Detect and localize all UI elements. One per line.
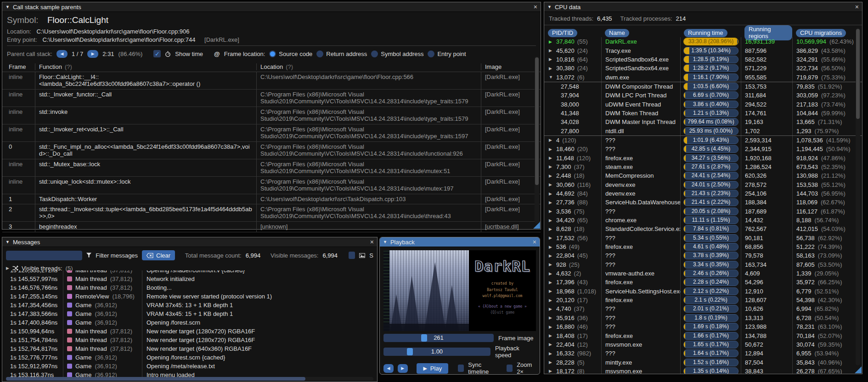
message-row[interactable]: 1s 146,576,766nsMain thread(37,812)Booti…	[2, 283, 377, 292]
expander-icon[interactable]: ▶	[549, 200, 553, 205]
message-row[interactable]: 1s 152,764,817nsMain thread(37,812)New r…	[2, 344, 377, 353]
resize-grip[interactable]	[855, 366, 862, 373]
radio-icon[interactable]	[269, 51, 276, 57]
cpu-row[interactable]: ▶7,300(37)steam.exe27.61 s (2.87%)1,286,…	[544, 163, 862, 171]
close-icon[interactable]: ×	[855, 4, 859, 10]
step-forward-button[interactable]: ▶	[398, 364, 408, 373]
speed-slider[interactable]: 1.00	[383, 348, 490, 356]
expander-icon[interactable]: ▶	[549, 369, 553, 373]
cpu-row[interactable]: ▶16,332(982)???1.64 s (0.17%)12,8946,955…	[544, 349, 862, 358]
collapse-icon[interactable]: ▼	[383, 240, 387, 244]
cpu-row[interactable]: ▶536(49)firefox.exe4.61 s (0.48%)68,8565…	[544, 242, 862, 251]
scrollbar-thumb[interactable]	[535, 57, 539, 185]
expander-icon[interactable]: ▶	[549, 325, 553, 329]
expander-icon[interactable]: ▶	[549, 342, 553, 347]
radio-icon[interactable]	[316, 51, 323, 57]
cpu-row[interactable]: ▶45,620(24)Tracy.exe1:39.5 (10.34%)887,5…	[544, 46, 862, 55]
column-running-time[interactable]: Running time	[684, 29, 727, 37]
callstack-row[interactable]: inlinestd::_Invoker_functor::_CallC:\Pro…	[2, 90, 541, 107]
column-cpu-migrations[interactable]: CPU migrations	[796, 29, 846, 37]
expander-icon[interactable]: ▶	[549, 182, 553, 187]
expander-icon[interactable]: ▶	[549, 227, 553, 231]
callstack-row[interactable]: 2std::thread::_Invoke<std::tuple<<lambda…	[2, 204, 541, 222]
cpu-row[interactable]: ▶18,460(20)???42.85 s (4.45%)2,344,9151,…	[544, 145, 862, 153]
column-name[interactable]: Name	[605, 29, 629, 37]
cpu-row[interactable]: 34,028DWM Master Input Thread799.64 ms (…	[544, 118, 862, 126]
cpu-row[interactable]: 27,548DWM Compositor Thread1:03.5 (6.60%…	[544, 82, 862, 91]
message-row[interactable]: 1s 152,776,777nsGame(36,912)Opening /for…	[2, 353, 377, 362]
expander-icon[interactable]: ▶	[549, 138, 553, 142]
expander-icon[interactable]: ▶	[549, 156, 553, 160]
expander-icon[interactable]: ▶	[549, 39, 553, 44]
radio-entry-point[interactable]: Entry point	[428, 51, 466, 57]
expander-icon[interactable]: ▶	[549, 271, 553, 276]
message-row[interactable]: 1s 147,383,566nsGame(36,912)VRAM 43x45: …	[2, 309, 377, 318]
expander-icon[interactable]: ▶	[549, 351, 553, 356]
message-row[interactable]: 1s 150,994,64nsMain thread(37,812)New re…	[2, 327, 377, 336]
cpu-titlebar[interactable]: ▼ CPU data ×	[544, 2, 862, 12]
message-row[interactable]: 1s 147,400,846nsGame(36,912)Opening /for…	[2, 318, 377, 327]
message-row[interactable]: 1s 147,354,456nsGame(36,912)VRAM 37x45: …	[2, 301, 377, 309]
message-row[interactable]: 1s 152,912,997nsGame(36,912)Opening /met…	[2, 362, 377, 371]
close-icon[interactable]: ×	[534, 4, 537, 10]
cpu-row[interactable]: ▶27,736(88)ServiceHub.DataWarehouse21.41…	[544, 198, 862, 207]
expander-icon[interactable]: ▶	[549, 280, 553, 285]
cpu-row[interactable]: ▶928(25)???3.34 s (0.35%)163,73487,605(5…	[544, 260, 862, 269]
messages-hscrollbar[interactable]	[6, 377, 373, 381]
frame-slider[interactable]: 261	[383, 334, 494, 342]
cpu-row[interactable]: 38,000uDWM Event Thread3.86 s (0.40%)294…	[544, 100, 862, 108]
cpu-row[interactable]: ▶2,448(18)MemCompression24.41 s (2.54%)6…	[544, 171, 862, 180]
expander-icon[interactable]: ▶	[549, 147, 553, 152]
zoom-2x-checkbox[interactable]	[507, 365, 513, 372]
expander-icon[interactable]: ▶	[549, 253, 553, 258]
cpu-row[interactable]: ▶34,420(65)chrome.exe11.11 s (1.15%)14,4…	[544, 216, 862, 225]
cpu-scrollbar[interactable]	[856, 28, 860, 365]
expander-icon[interactable]: ▶	[549, 209, 553, 213]
cpu-row[interactable]: 27,800ntdll.dll25.93 ms (0.00%)1,7021,29…	[544, 126, 862, 135]
cpu-row[interactable]: ▶4(120)???1:01.9 (6.43%)2,593,3141,078,5…	[544, 136, 862, 145]
cpu-row[interactable]: ▶18,172(8)msvsmon.exe1.35 s (0.14%)38,84…	[544, 367, 862, 374]
scrollbar-thumb[interactable]	[856, 29, 860, 119]
collapse-icon[interactable]: ▼	[6, 240, 10, 244]
messages-titlebar[interactable]: ▼ Messages ×	[2, 237, 377, 247]
collapse-icon[interactable]: ▼	[547, 5, 552, 9]
cpu-row[interactable]: ▶44,692(84)devenv.exe21.43 s (2.23%)254,…	[544, 189, 862, 198]
collapse-expander-icon[interactable]: ▼	[549, 75, 553, 79]
radio-source-code[interactable]: Source code	[269, 51, 312, 57]
callstack-row[interactable]: inlinestd::invokeC:\Program Files (x86)\…	[2, 107, 541, 124]
cpu-row[interactable]: ▶3,536(75)???20.05 s (2.08%)187,689116,1…	[544, 207, 862, 216]
radio-icon[interactable]	[428, 51, 434, 57]
radio-return-address[interactable]: Return address	[316, 51, 367, 57]
cpu-row[interactable]: ▶22,804(45)???3.78 s (0.39%)79,57858,163…	[544, 251, 862, 260]
expander-icon[interactable]: ▶	[549, 48, 553, 53]
column-location[interactable]: Location(?)	[256, 63, 481, 70]
expander-icon[interactable]: ▶	[6, 266, 9, 270]
playback-titlebar[interactable]: ▼ Playback ×	[380, 237, 540, 247]
cpu-row[interactable]: ▶30,380(24)ScriptedSandbox64.exe1:28.2 (…	[544, 64, 862, 73]
cpu-row[interactable]: ▶8,628(18)StandardCollector.Service.exe7…	[544, 225, 862, 233]
sync-timeline-checkbox[interactable]	[458, 365, 464, 372]
step-back-button[interactable]: ◀	[383, 364, 394, 373]
prev-parent-button[interactable]: ◀	[56, 50, 68, 58]
expander-icon[interactable]: ▶	[549, 298, 553, 303]
cpu-row[interactable]: ▶18,408(17)firefox.exe1.66 s (0.17%)134,…	[544, 331, 862, 340]
cpu-row[interactable]: ▶16,880(46)???1.69 s (0.18%)123,98878,23…	[544, 322, 862, 331]
column-pid-tid[interactable]: PID/TID	[548, 29, 577, 37]
message-row[interactable]: 1s 151,754,784nsMain thread(37,812)New r…	[2, 336, 377, 344]
cpu-row[interactable]: ▶4,740(37)???2.01 s (0.21%)10,6266,994(6…	[544, 304, 862, 313]
callstack-row[interactable]: inlinestd::unique_lock<std::mutex>::lock…	[2, 177, 541, 194]
cpu-row[interactable]: ▶17,396(43)firefox.exe2.28 s (0.24%)54,2…	[544, 278, 862, 286]
column-image[interactable]: Image	[481, 63, 541, 70]
play-button[interactable]: ▶ Play	[417, 363, 448, 374]
expander-icon[interactable]: ▶	[549, 164, 553, 169]
collapse-icon[interactable]: ▼	[6, 5, 10, 9]
callstack-titlebar[interactable]: ▼ Call stack sample parents ×	[2, 2, 541, 12]
message-row[interactable]: 1s 145,557,997nsMain thread(37,812)Netwo…	[2, 275, 377, 283]
message-row[interactable]: 1s 120,333,272nsMain thread(37,812)Openi…	[2, 270, 377, 275]
cpu-row[interactable]: 37,904DWM LPC Port Thread6.69 s (0.70%)3…	[544, 91, 862, 100]
next-parent-button[interactable]: ▶	[87, 50, 98, 58]
cpu-row[interactable]: ▶28,228(5)mintty.exe1.52 s (0.16%)87,504…	[544, 358, 862, 366]
expander-icon[interactable]: ▶	[549, 174, 553, 178]
show-time-checkbox[interactable]: ✓	[153, 50, 161, 57]
expander-icon[interactable]: ▶	[549, 191, 553, 196]
